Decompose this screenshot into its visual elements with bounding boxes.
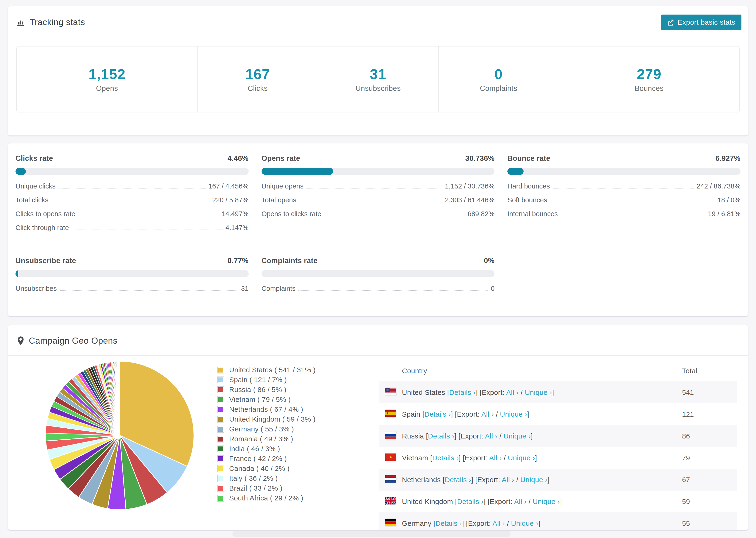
legend-item[interactable]: Canada ( 40 / 2% ) — [217, 463, 358, 473]
country-cell: United States [Details ›] [Export: All ›… — [402, 381, 682, 403]
country-cell: Russia [Details ›] [Export: All › / Uniq… — [402, 425, 682, 447]
country-line: Germany [Details ›] [Export: All › / Uni… — [402, 519, 540, 527]
rate-rows: Unique opens1,152 / 30.736%Total opens2,… — [261, 183, 495, 224]
legend-label: United Kingdom ( 59 / 3% ) — [229, 415, 315, 423]
stat-label: Clicks — [248, 84, 268, 93]
legend-item[interactable]: Netherlands ( 67 / 4% ) — [217, 404, 358, 414]
bracket-text: [ — [426, 432, 428, 440]
rate-row: Soft bounces18 / 0% — [507, 196, 740, 210]
export-unique-link[interactable]: Unique › — [500, 410, 527, 418]
horizontal-scrollbar[interactable] — [233, 531, 511, 537]
export-basic-stats-label: Export basic stats — [677, 18, 735, 26]
total-column-header: Total — [682, 360, 737, 381]
export-unique-link[interactable]: Unique › — [508, 454, 535, 462]
legend-item[interactable]: Italy ( 36 / 2% ) — [217, 473, 358, 483]
legend-label: Brazil ( 33 / 2% ) — [229, 484, 283, 492]
rate-row-label: Complaints — [261, 285, 296, 293]
rate-header: Opens rate30.736% — [261, 154, 495, 163]
export-all-link[interactable]: All › — [514, 498, 527, 506]
flag-cell — [379, 447, 402, 469]
legend-item[interactable]: Brazil ( 33 / 2% ) — [217, 483, 358, 493]
rate-value: 0% — [484, 256, 495, 265]
export-all-link[interactable]: All › — [506, 389, 519, 396]
rate-value: 30.736% — [465, 154, 495, 163]
rate-row: Internal bounces19 / 6.81% — [507, 210, 740, 224]
stat-tile-unsubscribes: 31Unsubscribes — [318, 46, 438, 112]
rate-row-label: Hard bounces — [507, 183, 550, 190]
export-unique-link[interactable]: Unique › — [511, 519, 538, 527]
details-link[interactable]: Details › — [436, 519, 462, 527]
dotted-leader — [550, 202, 715, 202]
dotted-leader — [51, 202, 209, 202]
rate-row-label: Unique clicks — [16, 183, 56, 190]
bracket-text: [ — [433, 519, 436, 527]
flag-cell — [379, 491, 402, 512]
total-cell: 59 — [682, 491, 737, 512]
export-unique-link[interactable]: Unique › — [504, 432, 531, 440]
bracket-text: ] — [531, 432, 533, 440]
rate-row-label: Internal bounces — [507, 210, 558, 218]
country-name: Spain — [402, 410, 422, 418]
export-basic-stats-button[interactable]: Export basic stats — [661, 15, 741, 30]
total-cell: 121 — [682, 403, 737, 425]
geo-legend: United States ( 541 / 31% )Spain ( 121 /… — [217, 365, 358, 503]
export-all-link[interactable]: All › — [481, 410, 494, 418]
flag-cell — [379, 403, 402, 425]
legend-label: South Africa ( 29 / 2% ) — [229, 494, 303, 502]
export-unique-link[interactable]: Unique › — [525, 389, 552, 396]
legend-item[interactable]: Germany ( 55 / 3% ) — [217, 424, 358, 434]
legend-item[interactable]: Spain ( 121 / 7% ) — [217, 375, 358, 385]
rate-title: Clicks rate — [16, 154, 53, 163]
export-all-link[interactable]: All › — [489, 454, 502, 462]
details-link[interactable]: Details › — [445, 476, 471, 484]
rate-value: 4.46% — [228, 154, 248, 163]
export-all-link[interactable]: All › — [493, 519, 505, 527]
rate-row-label: Soft bounces — [507, 196, 547, 204]
export-all-link[interactable]: All › — [485, 432, 498, 440]
flag-icon-vn — [385, 453, 396, 461]
country-name: Netherlands — [402, 476, 443, 484]
legend-item[interactable]: India ( 46 / 3% ) — [217, 444, 358, 454]
legend-item[interactable]: United Kingdom ( 59 / 3% ) — [217, 414, 358, 424]
bracket-text: ] — [527, 410, 529, 418]
rate-title: Complaints rate — [261, 256, 318, 265]
rate-rows: Unsubscribes31 — [16, 285, 249, 298]
details-link[interactable]: Details › — [449, 389, 476, 396]
country-line: United States [Details ›] [Export: All ›… — [402, 389, 554, 396]
bracket-text: ] [Export: — [451, 410, 481, 418]
slash-text: / — [502, 454, 508, 462]
rate-value: 6.927% — [715, 154, 740, 163]
country-column-header: Country — [402, 360, 682, 381]
legend-item[interactable]: France ( 42 / 2% ) — [217, 454, 358, 463]
total-cell: 541 — [682, 381, 737, 403]
legend-item[interactable]: Russia ( 86 / 5% ) — [217, 385, 358, 395]
table-row: Netherlands [Details ›] [Export: All › /… — [379, 469, 737, 491]
stat-value: 279 — [637, 66, 661, 82]
total-cell: 86 — [682, 425, 737, 447]
flag-icon-de — [385, 519, 396, 526]
legend-item[interactable]: South Africa ( 29 / 2% ) — [217, 493, 358, 503]
stat-label: Bounces — [635, 84, 664, 93]
export-all-link[interactable]: All › — [502, 476, 514, 484]
details-link[interactable]: Details › — [457, 498, 484, 506]
rate-row: Complaints0 — [261, 285, 495, 298]
legend-item[interactable]: Romania ( 49 / 3% ) — [217, 434, 358, 444]
export-unique-link[interactable]: Unique › — [533, 498, 560, 506]
rate-rows: Complaints0 — [261, 285, 495, 298]
campaign-geo-opens-card: Campaign Geo Opens United States ( 541 /… — [8, 325, 748, 530]
legend-item[interactable]: Vietnam ( 79 / 5% ) — [217, 395, 358, 404]
export-unique-link[interactable]: Unique › — [520, 476, 548, 484]
table-row: Russia [Details ›] [Export: All › / Uniq… — [379, 425, 737, 447]
rate-row-value: 1,152 / 30.736% — [445, 183, 495, 190]
slash-text: / — [505, 519, 511, 527]
dotted-leader — [553, 188, 694, 188]
country-line: Vietnam [Details ›] [Export: All › / Uni… — [402, 454, 537, 462]
rate-row-value: 0 — [491, 285, 495, 293]
details-link[interactable]: Details › — [424, 410, 451, 418]
legend-item[interactable]: United States ( 541 / 31% ) — [217, 365, 358, 375]
rate-rows: Unique clicks167 / 4.456%Total clicks220… — [16, 183, 249, 238]
progress-track — [261, 168, 495, 175]
progress-fill — [16, 168, 26, 175]
details-link[interactable]: Details › — [428, 432, 455, 440]
details-link[interactable]: Details › — [432, 454, 459, 462]
